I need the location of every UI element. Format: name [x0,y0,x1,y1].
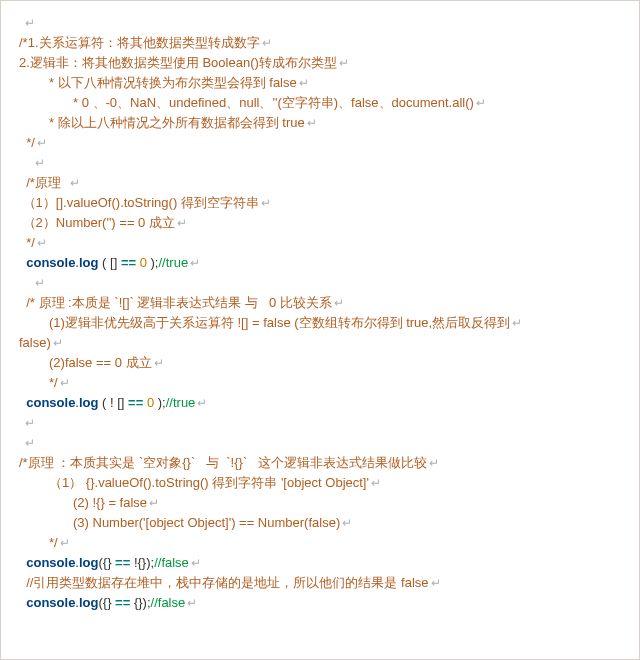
code-line: (3) Number('[object Object]') == Number(… [19,513,639,533]
code-line: console.log({} == {});//false [19,593,639,613]
code-line: console.log ( [] == 0 );//true [19,253,639,273]
code-token: console [26,595,75,610]
code-line: console.log ( ! [] == 0 );//true [19,393,639,413]
code-token: /*1.关系运算符：将其他数据类型转成数字 [19,35,260,50]
code-line: //引用类型数据存在堆中，栈中存储的是地址，所以他们的结果是 false [19,573,639,593]
code-token: log [79,595,99,610]
code-token: log [79,555,99,570]
code-line: false) [19,333,639,353]
code-token: 0 [140,255,147,270]
code-token: ); [147,255,159,270]
code-line: （1） {}.valueOf().toString() 得到字符串 '[obje… [19,473,639,493]
code-line: /*原理 [19,173,639,193]
code-token: (2) !{} = false [73,495,147,510]
code-token: 2.逻辑非：将其他数据类型使用 Boolean()转成布尔类型 [19,55,337,70]
code-token: //引用类型数据存在堆中，栈中存储的是地址，所以他们的结果是 false [19,575,429,590]
code-token: == [128,395,143,410]
code-token: /* 原理 :本质是 `![]` 逻辑非表达式结果 与 0 比较关系 [19,295,332,310]
code-token: log [79,255,99,270]
code-token: console [26,255,75,270]
code-token: */ [49,535,58,550]
code-line: (1)逻辑非优先级高于关系运算符 ![] = false (空数组转布尔得到 t… [19,313,639,333]
code-token: ({} [98,595,115,610]
code-line: 2.逻辑非：将其他数据类型使用 Boolean()转成布尔类型 [19,53,639,73]
code-line: * 除以上八种情况之外所有数据都会得到 true [19,113,639,133]
code-token: （1） {}.valueOf().toString() 得到字符串 '[obje… [49,475,369,490]
code-token: == [121,255,136,270]
code-line: */ [19,133,639,153]
code-line [19,153,639,173]
code-token: * 0 、-0、NaN、undefined、null、''(空字符串)、fals… [73,95,474,110]
code-token: ( ! [] [98,395,128,410]
code-token: */ [49,375,58,390]
code-line [19,413,639,433]
code-token [19,155,33,170]
code-token: false) [19,335,51,350]
code-token: /*原理 ：本质其实是 `空对象{}` 与 `!{}` 这个逻辑非表达式结果做比… [19,455,427,470]
code-token: */ [19,235,35,250]
code-token: {}); [130,595,150,610]
code-line: */ [19,533,639,553]
code-token: (1)逻辑非优先级高于关系运算符 ![] = false (空数组转布尔得到 t… [49,315,510,330]
code-document: /*1.关系运算符：将其他数据类型转成数字2.逻辑非：将其他数据类型使用 Boo… [0,0,640,660]
code-token: //false [151,595,186,610]
code-token: log [79,395,99,410]
code-token [19,15,23,30]
code-token [61,175,68,190]
code-token: ( [] [98,255,120,270]
code-line: (2)false == 0 成立 [19,353,639,373]
code-token [19,435,23,450]
code-line: * 0 、-0、NaN、undefined、null、''(空字符串)、fals… [19,93,639,113]
code-line [19,13,639,33]
code-token: //false [154,555,189,570]
code-token: //true [158,255,188,270]
code-token: /*原理 [19,175,61,190]
code-token [19,415,23,430]
code-line: /*原理 ：本质其实是 `空对象{}` 与 `!{}` 这个逻辑非表达式结果做比… [19,453,639,473]
code-token: （1）[].valueOf().toString() 得到空字符串 [19,195,259,210]
code-token: * 以下八种情况转换为布尔类型会得到 false [49,75,297,90]
code-token: == [115,595,130,610]
code-line: （2）Number('') == 0 成立 [19,213,639,233]
code-line: * 以下八种情况转换为布尔类型会得到 false [19,73,639,93]
code-line: /*1.关系运算符：将其他数据类型转成数字 [19,33,639,53]
code-line: （1）[].valueOf().toString() 得到空字符串 [19,193,639,213]
code-token: ); [154,395,166,410]
code-line [19,433,639,453]
code-token: == [115,555,130,570]
code-token: console [26,395,75,410]
code-token: console [26,555,75,570]
code-line: console.log({} == !{});//false [19,553,639,573]
code-token: (2)false == 0 成立 [49,355,152,370]
code-line: (2) !{} = false [19,493,639,513]
code-token: （2）Number('') == 0 成立 [19,215,175,230]
code-token: !{}); [130,555,154,570]
code-token: */ [19,135,35,150]
code-line: /* 原理 :本质是 `![]` 逻辑非表达式结果 与 0 比较关系 [19,293,639,313]
code-token: ({} [98,555,115,570]
code-token: (3) Number('[object Object]') == Number(… [73,515,340,530]
code-line: */ [19,233,639,253]
code-token: //true [166,395,196,410]
code-token: * 除以上八种情况之外所有数据都会得到 true [49,115,305,130]
code-token [19,275,33,290]
code-line [19,273,639,293]
code-line: */ [19,373,639,393]
